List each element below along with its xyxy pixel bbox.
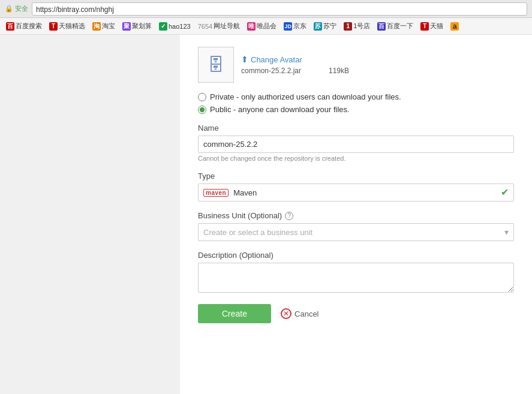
secure-indicator: 🔒 安全	[5, 4, 28, 13]
1hao-label: 1号店	[353, 22, 370, 31]
suning-label: 苏宁	[323, 22, 336, 31]
radio-section: Private - only authorized users can down…	[198, 92, 514, 114]
bookmarks-bar: 百 百度搜索 T 天猫精选 淘 淘宝 聚 聚划算 ✓ hao123 7654 网…	[0, 18, 532, 35]
secure-label: 安全	[15, 4, 28, 13]
avatar-section: 🗄 ⬆ Change Avatar common-25.2.2.jar 119k…	[198, 47, 514, 83]
chevron-down-icon: ✔	[501, 188, 509, 197]
radio-private[interactable]	[198, 93, 206, 101]
cancel-button[interactable]: ✕ Cancel	[281, 308, 318, 319]
wangzhi-num: 7654	[198, 23, 212, 30]
wangzhi-label: 网址导航	[214, 22, 240, 31]
baiduyixia-label: 百度一下	[387, 22, 413, 31]
hao123-icon: ✓	[159, 22, 167, 31]
type-label: Type	[198, 172, 514, 181]
help-icon[interactable]: ?	[285, 212, 293, 220]
database-icon: 🗄	[208, 55, 224, 75]
baidusearch-label: 百度搜索	[16, 22, 42, 31]
type-dropdown-left: maven Maven	[203, 188, 257, 197]
taobao-label: 淘宝	[102, 22, 115, 31]
browser-chrome: 🔒 安全 https://bintray.com/nhghj	[0, 0, 532, 18]
bookmark-baidusearch[interactable]: 百 百度搜索	[4, 21, 44, 31]
change-avatar-link[interactable]: ⬆ Change Avatar	[241, 55, 349, 64]
bookmark-taobao[interactable]: 淘 淘宝	[90, 21, 118, 31]
cancel-icon: ✕	[281, 308, 291, 319]
button-row: Create ✕ Cancel	[198, 304, 514, 323]
bookmark-juhuasuan[interactable]: 聚 聚划算	[120, 21, 154, 31]
main-layout: 🗄 ⬆ Change Avatar common-25.2.2.jar 119k…	[0, 35, 532, 394]
bookmark-hao123[interactable]: ✓ hao123	[157, 22, 193, 31]
hao123-label: hao123	[169, 23, 191, 30]
baidusearch-icon: 百	[6, 22, 14, 31]
description-group: Description (Optional)	[198, 251, 514, 294]
content-area: 🗄 ⬆ Change Avatar common-25.2.2.jar 119k…	[180, 35, 532, 394]
maven-badge: maven	[203, 189, 229, 197]
bookmark-vip[interactable]: 唯 唯品会	[245, 21, 279, 31]
dropdown-arrow-icon: ▾	[504, 227, 509, 237]
maven-label: Maven	[233, 188, 257, 197]
business-unit-dropdown[interactable]: Create or select a business unit ▾	[198, 223, 514, 241]
juhuasuan-icon: 聚	[122, 22, 131, 31]
name-label: Name	[198, 124, 514, 133]
avatar-box: 🗄	[198, 47, 234, 83]
baiduyixia-icon: 百	[377, 22, 386, 31]
radio-public[interactable]	[198, 106, 206, 114]
vip-icon: 唯	[247, 22, 256, 31]
bookmark-wangzhi[interactable]: 7654 网址导航	[196, 21, 242, 31]
suning-icon: 苏	[314, 22, 322, 31]
bookmark-suning[interactable]: 苏 苏宁	[311, 21, 339, 31]
bookmark-amazon[interactable]: a	[448, 22, 461, 31]
bookmark-baiduyixia[interactable]: 百 百度一下	[375, 21, 416, 31]
upload-icon: ⬆	[241, 55, 248, 64]
name-input[interactable]	[198, 136, 514, 153]
vip-label: 唯品会	[257, 22, 276, 31]
jd-icon: JD	[284, 22, 292, 31]
lock-icon: 🔒	[5, 5, 13, 13]
radio-public-option[interactable]: Public - anyone can download your files.	[198, 105, 514, 114]
type-dropdown[interactable]: maven Maven ✔	[198, 184, 514, 201]
avatar-info: ⬆ Change Avatar common-25.2.2.jar 119kB	[241, 55, 349, 75]
bookmark-tianmao[interactable]: T 天猫精选	[47, 21, 88, 31]
type-group: Type maven Maven ✔	[198, 172, 514, 201]
jd-label: 京东	[293, 22, 306, 31]
description-textarea[interactable]	[198, 263, 514, 293]
sidebar	[0, 35, 180, 394]
tianmao2-label: 天猫	[430, 22, 443, 31]
create-button[interactable]: Create	[198, 304, 271, 323]
tianmao2-icon: T	[420, 22, 429, 31]
business-unit-group: Business Unit (Optional) ? Create or sel…	[198, 211, 514, 241]
business-unit-label: Business Unit (Optional)	[198, 211, 282, 220]
tianmao-label: 天猫精选	[59, 22, 85, 31]
bookmark-1hao[interactable]: 1 1号店	[341, 21, 372, 31]
file-size: 119kB	[329, 67, 349, 75]
name-group: Name Cannot be changed once the reposito…	[198, 124, 514, 162]
address-bar[interactable]: https://bintray.com/nhghj	[32, 2, 527, 16]
tianmao-icon: T	[49, 22, 58, 31]
bookmark-jd[interactable]: JD 京东	[281, 21, 309, 31]
name-hint: Cannot be changed once the repository is…	[198, 155, 514, 162]
taobao-icon: 淘	[92, 22, 101, 31]
1hao-icon: 1	[344, 22, 352, 31]
cancel-label: Cancel	[294, 309, 318, 318]
description-label: Description (Optional)	[198, 251, 514, 260]
radio-private-label: Private - only authorized users can down…	[210, 92, 401, 101]
radio-public-label: Public - anyone can download your files.	[210, 105, 350, 114]
amazon-icon: a	[450, 22, 459, 31]
radio-private-option[interactable]: Private - only authorized users can down…	[198, 92, 514, 101]
business-unit-placeholder: Create or select a business unit	[203, 228, 312, 237]
change-avatar-label: Change Avatar	[251, 55, 302, 64]
file-name: common-25.2.2.jar	[241, 67, 301, 75]
business-unit-label-row: Business Unit (Optional) ?	[198, 211, 514, 220]
bookmark-tianmao2[interactable]: T 天猫	[418, 21, 446, 31]
file-info: common-25.2.2.jar 119kB	[241, 67, 349, 75]
juhuasuan-label: 聚划算	[132, 22, 152, 31]
